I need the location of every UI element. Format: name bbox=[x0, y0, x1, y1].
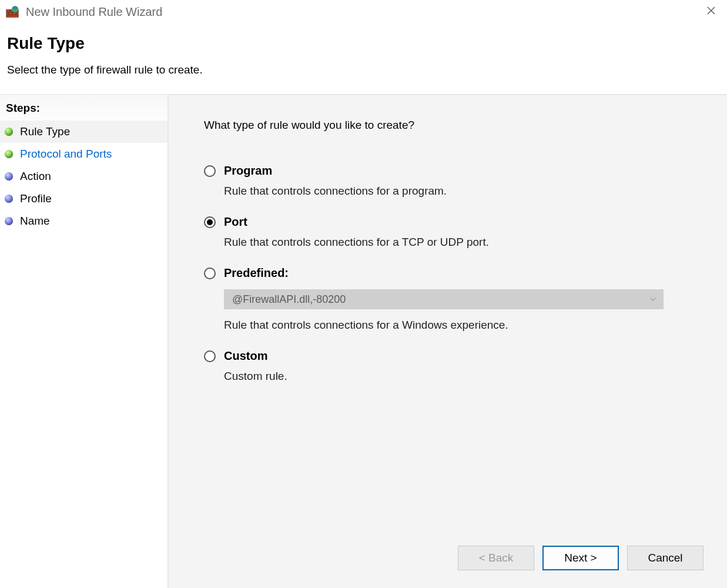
step-label: Rule Type bbox=[20, 125, 70, 138]
option-label: Predefined: bbox=[224, 266, 289, 279]
step-label: Protocol and Ports bbox=[20, 148, 112, 161]
step-bullet-icon bbox=[5, 128, 13, 136]
step-bullet-icon bbox=[5, 195, 13, 203]
step-label: Profile bbox=[20, 192, 52, 205]
option-custom[interactable]: Custom bbox=[204, 349, 692, 363]
close-icon bbox=[707, 6, 715, 17]
firewall-app-icon bbox=[6, 5, 19, 18]
step-bullet-icon bbox=[5, 217, 13, 225]
option-port-desc: Rule that controls connections for a TCP… bbox=[224, 236, 692, 249]
steps-pane: Steps: Rule Type Protocol and Ports Acti… bbox=[0, 95, 168, 588]
close-button[interactable] bbox=[698, 2, 725, 21]
next-button[interactable]: Next > bbox=[542, 546, 619, 570]
option-predefined-desc: Rule that controls connections for a Win… bbox=[224, 319, 692, 332]
wizard-window: New Inbound Rule Wizard Rule Type Select… bbox=[0, 0, 727, 588]
option-program-desc: Rule that controls connections for a pro… bbox=[224, 185, 692, 198]
predefined-dropdown: @FirewallAPI.dll,-80200 bbox=[224, 289, 664, 309]
page-subtitle: Select the type of firewall rule to crea… bbox=[7, 64, 720, 76]
option-predefined[interactable]: Predefined: bbox=[204, 266, 692, 280]
cancel-button[interactable]: Cancel bbox=[627, 546, 703, 570]
window-title: New Inbound Rule Wizard bbox=[26, 5, 698, 19]
option-custom-desc: Custom rule. bbox=[224, 370, 692, 383]
header-area: Rule Type Select the type of firewall ru… bbox=[0, 24, 727, 94]
body-row: Steps: Rule Type Protocol and Ports Acti… bbox=[0, 94, 727, 588]
radio-program[interactable] bbox=[204, 165, 216, 177]
chevron-down-icon bbox=[649, 293, 656, 306]
button-row: < Back Next > Cancel bbox=[458, 546, 703, 570]
step-label: Name bbox=[20, 215, 50, 228]
titlebar: New Inbound Rule Wizard bbox=[0, 0, 727, 24]
step-profile[interactable]: Profile bbox=[0, 188, 167, 210]
step-label: Action bbox=[20, 170, 51, 183]
option-label: Custom bbox=[224, 349, 267, 362]
rule-type-prompt: What type of rule would you like to crea… bbox=[204, 119, 692, 132]
page-title: Rule Type bbox=[7, 34, 720, 53]
option-port[interactable]: Port bbox=[204, 215, 692, 229]
steps-heading: Steps: bbox=[0, 98, 167, 121]
back-button: < Back bbox=[458, 546, 534, 570]
step-name[interactable]: Name bbox=[0, 210, 167, 232]
step-protocol-and-ports[interactable]: Protocol and Ports bbox=[0, 143, 167, 165]
option-label: Port bbox=[224, 215, 247, 228]
radio-custom[interactable] bbox=[204, 350, 216, 362]
predefined-dropdown-value: @FirewallAPI.dll,-80200 bbox=[232, 293, 346, 306]
step-bullet-icon bbox=[5, 172, 13, 181]
option-label: Program bbox=[224, 164, 272, 177]
main-pane: What type of rule would you like to crea… bbox=[168, 95, 727, 588]
step-action[interactable]: Action bbox=[0, 165, 167, 188]
radio-port[interactable] bbox=[204, 216, 216, 228]
option-program[interactable]: Program bbox=[204, 164, 692, 178]
step-rule-type[interactable]: Rule Type bbox=[0, 121, 167, 143]
step-bullet-icon bbox=[5, 150, 13, 158]
radio-predefined[interactable] bbox=[204, 268, 216, 279]
